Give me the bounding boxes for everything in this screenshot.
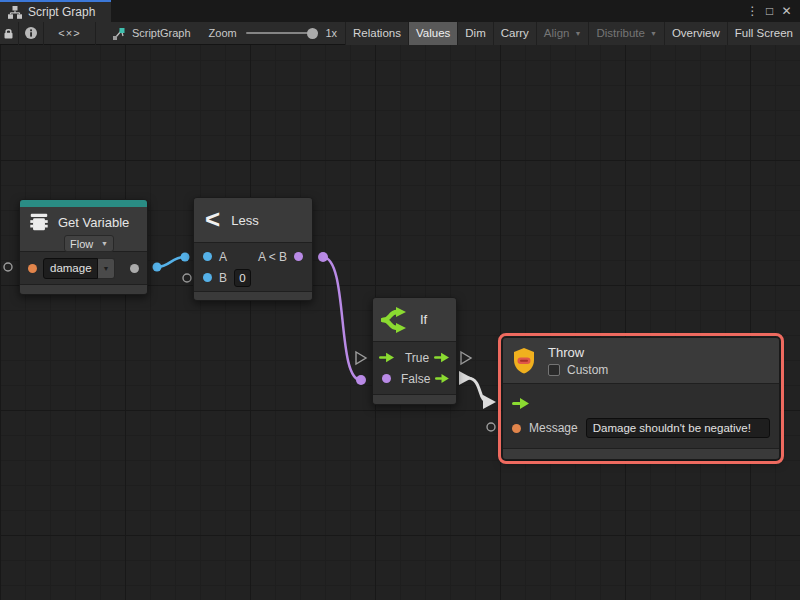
variable-name-field[interactable]: damage bbox=[43, 258, 98, 279]
port-row-a: A A < B bbox=[194, 246, 312, 267]
tab-script-graph[interactable]: Script Graph bbox=[0, 0, 111, 22]
port-label: True bbox=[405, 351, 429, 365]
wire-endpoint[interactable] bbox=[356, 375, 366, 385]
node-title: Get Variable bbox=[58, 215, 129, 230]
graph-canvas[interactable]: Get Variable Flow ▼ damage ▼ < Less bbox=[0, 45, 800, 600]
menu-icon[interactable]: ⋮ bbox=[744, 2, 761, 20]
node-body: True False bbox=[373, 342, 456, 394]
window-controls: ⋮ □ ✕ bbox=[744, 0, 800, 22]
node-body: damage ▼ bbox=[20, 252, 147, 284]
zoom-value: 1x bbox=[325, 27, 337, 39]
variable-name-dropdown-button[interactable]: ▼ bbox=[98, 258, 115, 279]
bool-port-icon[interactable] bbox=[382, 374, 391, 383]
script-graph-icon bbox=[112, 27, 125, 40]
port-label: False bbox=[401, 372, 430, 386]
node-header: Get Variable Flow ▼ bbox=[20, 207, 147, 252]
port-row-b: B 0 bbox=[194, 267, 312, 288]
node-header: Throw Custom bbox=[503, 338, 779, 384]
overview-button[interactable]: Overview bbox=[665, 22, 727, 45]
unconnected-flow-triangle[interactable] bbox=[356, 352, 366, 364]
node-if[interactable]: If True False bbox=[372, 297, 457, 405]
node-less[interactable]: < Less A A < B B 0 bbox=[193, 197, 313, 301]
port-row-message: Message Damage shouldn't be negative! bbox=[503, 414, 779, 442]
value-port-icon[interactable] bbox=[203, 273, 212, 282]
node-get-variable[interactable]: Get Variable Flow ▼ damage ▼ bbox=[19, 199, 148, 295]
tab-bar: Script Graph ⋮ □ ✕ bbox=[0, 0, 800, 22]
node-title: Less bbox=[231, 213, 258, 228]
unconnected-port-circle[interactable] bbox=[4, 263, 12, 271]
variable-kind-bar bbox=[20, 200, 147, 207]
graph-icon bbox=[8, 6, 22, 19]
custom-checkbox[interactable] bbox=[548, 364, 560, 376]
shield-icon bbox=[512, 347, 536, 374]
values-button[interactable]: Values bbox=[409, 22, 457, 45]
message-field[interactable]: Damage shouldn't be negative! bbox=[586, 418, 770, 438]
breadcrumb[interactable]: ScriptGraph bbox=[112, 27, 191, 40]
chevron-down-icon: ▼ bbox=[650, 30, 657, 37]
variable-kind-dropdown[interactable]: Flow ▼ bbox=[64, 235, 114, 252]
align-button[interactable]: Align ▼ bbox=[537, 22, 589, 45]
node-footer bbox=[194, 291, 312, 300]
zoom-label: Zoom bbox=[209, 27, 237, 39]
unconnected-port-circle[interactable] bbox=[183, 274, 191, 282]
bool-port-icon[interactable] bbox=[294, 252, 303, 261]
result-label: A < B bbox=[258, 250, 287, 264]
port-label: A bbox=[219, 250, 227, 264]
wire-endpoint[interactable] bbox=[181, 253, 190, 262]
lock-button[interactable] bbox=[0, 22, 19, 45]
variable-icon bbox=[28, 211, 50, 233]
flow-wire-arrowhead[interactable] bbox=[483, 395, 496, 409]
carry-button[interactable]: Carry bbox=[494, 22, 536, 45]
branch-icon bbox=[381, 307, 411, 333]
variable-name-dropdown[interactable]: damage ▼ bbox=[43, 258, 115, 279]
lock-icon bbox=[3, 27, 14, 40]
node-footer bbox=[503, 448, 779, 459]
wire-result-to-condition[interactable] bbox=[323, 257, 361, 380]
string-port-icon[interactable] bbox=[512, 424, 521, 433]
maximize-icon[interactable]: □ bbox=[761, 2, 778, 20]
node-throw[interactable]: Throw Custom Message Damage shouldn't be… bbox=[502, 337, 780, 460]
chevron-down-icon: ▼ bbox=[101, 240, 108, 247]
close-icon[interactable]: ✕ bbox=[778, 2, 795, 20]
node-footer bbox=[20, 284, 147, 294]
port-label: B bbox=[219, 271, 227, 285]
full-screen-button[interactable]: Full Screen bbox=[728, 22, 800, 45]
tab-title: Script Graph bbox=[28, 5, 95, 19]
node-footer bbox=[373, 394, 456, 404]
relations-button[interactable]: Relations bbox=[346, 22, 408, 45]
port-row-true: True bbox=[373, 347, 456, 368]
chevron-down-icon: ▼ bbox=[574, 30, 581, 37]
breadcrumb-label: ScriptGraph bbox=[132, 27, 191, 39]
node-body: Message Damage shouldn't be negative! bbox=[503, 384, 779, 448]
wire-false-to-throw[interactable] bbox=[468, 378, 489, 402]
string-port-icon[interactable] bbox=[28, 264, 37, 273]
info-icon bbox=[25, 27, 37, 39]
inspect-button[interactable] bbox=[19, 22, 44, 45]
code-view-button[interactable]: <×> bbox=[44, 22, 96, 45]
wire-damage-to-a[interactable] bbox=[157, 257, 185, 267]
zoom-slider-thumb[interactable] bbox=[307, 28, 318, 39]
code-icon: <×> bbox=[58, 27, 80, 39]
b-value-field[interactable]: 0 bbox=[234, 269, 251, 287]
flow-out-arrow-icon[interactable] bbox=[434, 352, 450, 363]
flow-in-arrow-icon[interactable] bbox=[379, 352, 395, 363]
port-row-flow-in bbox=[503, 392, 779, 414]
dim-button[interactable]: Dim bbox=[458, 22, 492, 45]
unconnected-flow-triangle[interactable] bbox=[461, 352, 471, 364]
unconnected-port-circle[interactable] bbox=[487, 423, 495, 431]
distribute-button[interactable]: Distribute ▼ bbox=[589, 22, 664, 45]
toolbar-button-group: Relations Values Dim Carry Align ▼ Distr… bbox=[345, 22, 800, 45]
wire-endpoint[interactable] bbox=[153, 263, 162, 272]
wire-endpoint[interactable] bbox=[318, 252, 328, 262]
custom-label: Custom bbox=[567, 363, 608, 377]
flow-wire-arrowhead[interactable] bbox=[459, 371, 472, 385]
port-row-false: False bbox=[373, 368, 456, 389]
value-port-icon[interactable] bbox=[203, 252, 212, 261]
message-label: Message bbox=[529, 421, 578, 435]
flow-out-arrow-icon[interactable] bbox=[435, 373, 450, 384]
object-port-icon[interactable] bbox=[130, 264, 139, 273]
chevron-down-icon: ▼ bbox=[103, 265, 110, 272]
flow-in-arrow-icon[interactable] bbox=[512, 398, 530, 409]
zoom-slider[interactable] bbox=[246, 32, 319, 34]
node-body: A A < B B 0 bbox=[194, 243, 312, 291]
